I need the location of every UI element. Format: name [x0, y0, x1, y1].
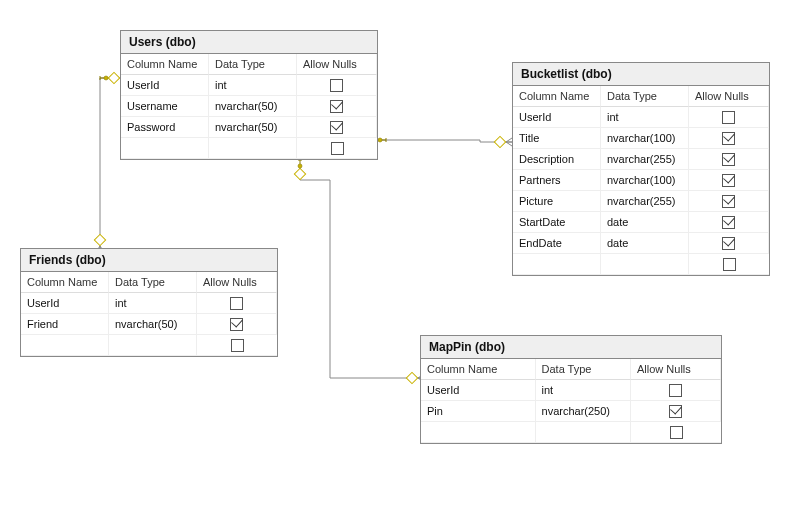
- cell-empty: [209, 138, 297, 159]
- table-title: Friends (dbo): [21, 249, 277, 272]
- cell-type: nvarchar(50): [209, 117, 297, 138]
- table-users[interactable]: Users (dbo) Column Name Data Type Allow …: [120, 30, 378, 160]
- cell-col: Friend: [21, 314, 109, 335]
- cell-type: int: [601, 107, 689, 128]
- column-header-nulls: Allow Nulls: [297, 54, 377, 75]
- cell-col: Picture: [513, 191, 601, 212]
- cell-col: UserId: [121, 75, 209, 96]
- column-header-name: Column Name: [121, 54, 209, 75]
- cell-nulls[interactable]: [689, 212, 769, 233]
- cell-empty: [601, 254, 689, 275]
- checkbox-icon: [669, 384, 682, 397]
- cell-nulls[interactable]: [689, 191, 769, 212]
- cell-col: Pin: [421, 401, 536, 422]
- cell-type: nvarchar(255): [601, 149, 689, 170]
- cell-type: nvarchar(100): [601, 170, 689, 191]
- cell-nulls[interactable]: [297, 96, 377, 117]
- cell-nulls[interactable]: [689, 254, 769, 275]
- column-header-name: Column Name: [421, 359, 536, 380]
- checkbox-icon: [331, 142, 344, 155]
- checkbox-icon: [230, 297, 243, 310]
- cell-nulls[interactable]: [689, 128, 769, 149]
- checkbox-icon: [722, 153, 735, 166]
- cell-col: StartDate: [513, 212, 601, 233]
- cell-nulls[interactable]: [689, 149, 769, 170]
- cell-col: EndDate: [513, 233, 601, 254]
- column-header-nulls: Allow Nulls: [689, 86, 769, 107]
- cell-type: date: [601, 233, 689, 254]
- cell-col: Username: [121, 96, 209, 117]
- checkbox-icon: [722, 111, 735, 124]
- cell-type: date: [601, 212, 689, 233]
- column-header-type: Data Type: [109, 272, 197, 293]
- svg-rect-8: [406, 372, 417, 383]
- checkbox-icon: [670, 426, 683, 439]
- table-title: MapPin (dbo): [421, 336, 721, 359]
- column-header-name: Column Name: [513, 86, 601, 107]
- cell-nulls[interactable]: [297, 75, 377, 96]
- svg-rect-2: [494, 136, 505, 147]
- table-bucketlist[interactable]: Bucketlist (dbo) Column Name Data Type A…: [512, 62, 770, 276]
- cell-nulls[interactable]: [631, 380, 721, 401]
- table-grid: Column Name Data Type Allow Nulls UserId…: [421, 359, 721, 443]
- svg-point-4: [104, 76, 108, 80]
- checkbox-icon: [230, 318, 243, 331]
- checkbox-icon: [722, 237, 735, 250]
- checkbox-icon: [231, 339, 244, 352]
- cell-nulls[interactable]: [297, 117, 377, 138]
- svg-point-1: [378, 138, 382, 142]
- table-mappin[interactable]: MapPin (dbo) Column Name Data Type Allow…: [420, 335, 722, 444]
- cell-empty: [421, 422, 536, 443]
- cell-type: nvarchar(255): [601, 191, 689, 212]
- cell-col: Description: [513, 149, 601, 170]
- table-grid: Column Name Data Type Allow Nulls UserId…: [513, 86, 769, 275]
- svg-rect-5: [94, 234, 105, 245]
- cell-empty: [513, 254, 601, 275]
- cell-nulls[interactable]: [689, 107, 769, 128]
- table-friends[interactable]: Friends (dbo) Column Name Data Type Allo…: [20, 248, 278, 357]
- cell-nulls[interactable]: [297, 138, 377, 159]
- table-title: Users (dbo): [121, 31, 377, 54]
- cell-nulls[interactable]: [689, 170, 769, 191]
- table-grid: Column Name Data Type Allow Nulls UserId…: [121, 54, 377, 159]
- cell-col: Partners: [513, 170, 601, 191]
- cell-type: nvarchar(50): [209, 96, 297, 117]
- cell-type: nvarchar(250): [536, 401, 631, 422]
- checkbox-icon: [722, 132, 735, 145]
- cell-type: int: [536, 380, 631, 401]
- checkbox-icon: [723, 258, 736, 271]
- cell-nulls[interactable]: [631, 401, 721, 422]
- column-header-type: Data Type: [209, 54, 297, 75]
- cell-empty: [121, 138, 209, 159]
- cell-nulls[interactable]: [197, 314, 277, 335]
- cell-empty: [109, 335, 197, 356]
- cell-nulls[interactable]: [631, 422, 721, 443]
- cell-nulls[interactable]: [689, 233, 769, 254]
- cell-col: UserId: [513, 107, 601, 128]
- checkbox-icon: [330, 121, 343, 134]
- cell-type: int: [209, 75, 297, 96]
- checkbox-icon: [330, 100, 343, 113]
- svg-rect-3: [108, 72, 119, 83]
- checkbox-icon: [722, 174, 735, 187]
- svg-rect-6: [294, 168, 305, 179]
- cell-empty: [21, 335, 109, 356]
- column-header-nulls: Allow Nulls: [631, 359, 721, 380]
- column-header-name: Column Name: [21, 272, 109, 293]
- cell-nulls[interactable]: [197, 293, 277, 314]
- table-grid: Column Name Data Type Allow Nulls UserId…: [21, 272, 277, 356]
- cell-type: nvarchar(50): [109, 314, 197, 335]
- cell-empty: [536, 422, 631, 443]
- column-header-nulls: Allow Nulls: [197, 272, 277, 293]
- checkbox-icon: [669, 405, 682, 418]
- cell-col: Title: [513, 128, 601, 149]
- checkbox-icon: [330, 79, 343, 92]
- cell-nulls[interactable]: [197, 335, 277, 356]
- cell-col: Password: [121, 117, 209, 138]
- cell-col: UserId: [21, 293, 109, 314]
- cell-type: int: [109, 293, 197, 314]
- column-header-type: Data Type: [536, 359, 631, 380]
- checkbox-icon: [722, 216, 735, 229]
- svg-point-7: [298, 164, 302, 168]
- table-title: Bucketlist (dbo): [513, 63, 769, 86]
